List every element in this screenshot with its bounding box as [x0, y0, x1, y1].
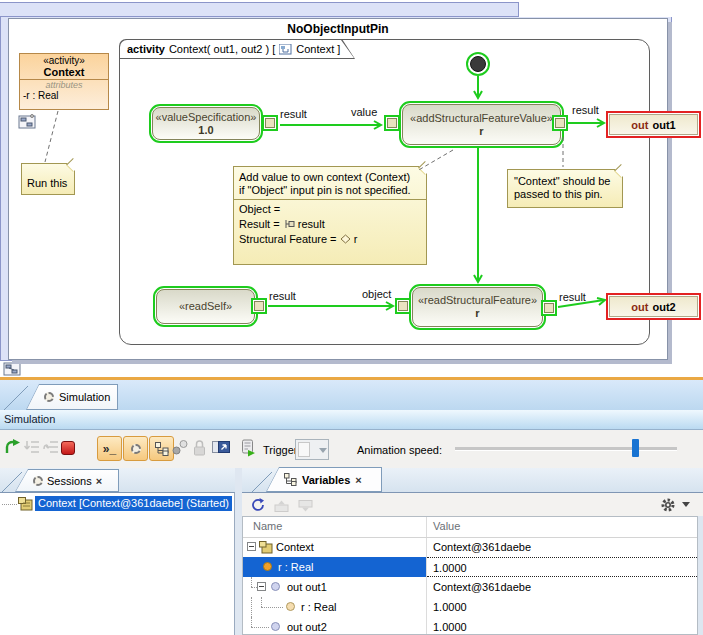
tab-sessions-label: Sessions [47, 475, 92, 487]
animation-speed-slider[interactable] [455, 447, 677, 451]
rsf-result-pin[interactable] [541, 300, 557, 316]
row-name: out out2 [287, 617, 327, 635]
variables-table: Name Value Context Context@361daebe r : … [242, 516, 698, 635]
step-into-button[interactable] [24, 440, 40, 455]
table-row-selected[interactable]: r : Real 1.0000 [243, 557, 697, 577]
row-value: 1.0000 [427, 557, 697, 577]
sessions-icon [33, 476, 43, 486]
column-header-name[interactable]: Name [253, 520, 282, 532]
readself-result-pin[interactable] [251, 298, 267, 314]
pin-glyph-icon [283, 219, 295, 229]
variables-toggle-button[interactable] [149, 436, 174, 461]
tab-simulation[interactable]: Simulation [26, 384, 118, 410]
frame-signature: Context( out1, out2 ) [ [169, 43, 275, 55]
out2-name: out2 [652, 301, 675, 313]
add-value-note[interactable]: Add value to own context (Context) if "O… [233, 166, 427, 265]
asfv-value-pin-label: value [351, 106, 377, 118]
note1-feature-row: Structural Feature = r [239, 232, 421, 247]
asfv-name: r [479, 125, 483, 138]
node-add-structural-feature-value[interactable]: «addStructuralFeatureValue» r [399, 101, 564, 148]
diagram-shortcut-icon[interactable] [3, 362, 22, 376]
background-window-titlebar[interactable] [0, 2, 519, 17]
activity-frame-tab[interactable]: activity Context( out1, out2 ) [ Context… [119, 39, 355, 59]
screenshot-root: NoObjectInputPin activity Context( out1,… [0, 0, 703, 635]
note2-line2: passed to this pin. [514, 188, 622, 201]
variables-close-icon[interactable]: × [355, 474, 361, 486]
console-toggle-button[interactable]: »_ [97, 436, 122, 461]
diagram-title: NoObjectInputPin [9, 22, 667, 36]
row-value: Context@361daebe [427, 577, 697, 597]
out1-name: out1 [652, 119, 675, 131]
open-in-window-button[interactable] [212, 439, 230, 455]
value-property-icon [263, 562, 272, 571]
variables-tree-icon [155, 442, 169, 456]
row-name: out out1 [287, 577, 327, 597]
tab-variables[interactable]: Variables × [266, 467, 382, 492]
simulation-toolbar: »_ T [0, 430, 703, 468]
node-value-specification[interactable]: «valueSpecification» 1.0 [149, 104, 263, 143]
panel-edge [698, 516, 703, 635]
step-over-button[interactable] [43, 440, 59, 455]
console-icon: »_ [103, 442, 116, 456]
vs-result-pin[interactable] [262, 115, 278, 131]
value-property-icon [286, 602, 295, 611]
class-box-context[interactable]: «activity» Context attributes -r : Real [19, 53, 109, 110]
tree-guide [261, 607, 283, 608]
asfv-result-pin[interactable] [552, 115, 568, 131]
param-node-out1[interactable]: out out1 [606, 111, 701, 138]
tab-sessions[interactable]: Sessions × [15, 469, 119, 492]
class-stereotype: «activity» [20, 54, 108, 66]
node-read-structural-feature[interactable]: «readStructuralFeature» r [409, 284, 546, 330]
asfv-stereotype: «addStructuralFeatureValue» [410, 112, 553, 125]
class-name: Context [20, 66, 108, 78]
rsf-object-pin[interactable] [395, 298, 411, 314]
breakpoints-button[interactable] [172, 440, 189, 455]
note1-line2: if "Object" input pin is not specified. [239, 184, 421, 197]
asfv-value-pin[interactable] [384, 115, 400, 131]
vs-result-pin-label: result [280, 108, 307, 120]
asfv-result-pin-label: result [572, 104, 599, 116]
export-icon[interactable] [274, 500, 289, 512]
trigger-select[interactable] [295, 439, 329, 460]
tab-strip-slant [2, 384, 30, 410]
row-name: r : Real [278, 557, 313, 577]
table-row[interactable]: r : Real 1.0000 [243, 597, 697, 617]
activity-frame-tab-content: activity Context( out1, out2 ) [ Context… [119, 39, 355, 59]
node-read-self[interactable]: «readSelf» [153, 286, 258, 327]
import-icon[interactable] [298, 500, 313, 512]
readself-stereotype: «readSelf» [179, 300, 232, 313]
parameter-icon [271, 582, 280, 591]
animation-speed-label: Animation speed: [357, 444, 442, 456]
param-node-out2[interactable]: out out2 [606, 293, 701, 320]
instance-icon [18, 497, 33, 511]
run-this-note[interactable]: Run this [21, 163, 75, 195]
diagram-shortcut-icon-classbox[interactable] [18, 114, 37, 129]
activity-diagram-icon [279, 44, 292, 55]
table-row[interactable]: Context Context@361daebe [243, 537, 697, 557]
context-pin-note[interactable]: "Context" should be passed to this pin. [507, 169, 623, 208]
table-row[interactable]: out out1 Context@361daebe [243, 577, 697, 597]
animation-speed-handle[interactable] [632, 439, 639, 457]
tree-guide [251, 617, 252, 627]
collapse-icon[interactable] [257, 582, 266, 591]
session-item[interactable]: Context [Context@361daebe] (Started) [35, 496, 232, 511]
vs-name: 1.0 [198, 124, 213, 137]
collapse-icon[interactable] [247, 542, 256, 551]
gear-dropdown-caret[interactable] [682, 502, 690, 507]
tree-guide [251, 577, 252, 587]
resume-button[interactable] [4, 439, 21, 456]
diagram-window: NoObjectInputPin activity Context( out1,… [8, 18, 668, 360]
trigger-select-value [298, 442, 310, 457]
instance-icon [259, 541, 273, 554]
out1-keyword: out [631, 119, 648, 131]
simulation-config-toggle-button[interactable] [123, 436, 148, 461]
refresh-icon[interactable] [251, 498, 265, 512]
lock-button[interactable] [193, 439, 206, 456]
panel-splitter[interactable] [235, 468, 242, 635]
rsf-name: r [475, 307, 479, 320]
stop-button[interactable] [61, 441, 75, 455]
column-header-value[interactable]: Value [433, 520, 460, 532]
sessions-close-icon[interactable]: × [96, 475, 102, 487]
gear-icon[interactable] [660, 497, 676, 513]
table-row[interactable]: out out2 1.0000 [243, 617, 697, 635]
